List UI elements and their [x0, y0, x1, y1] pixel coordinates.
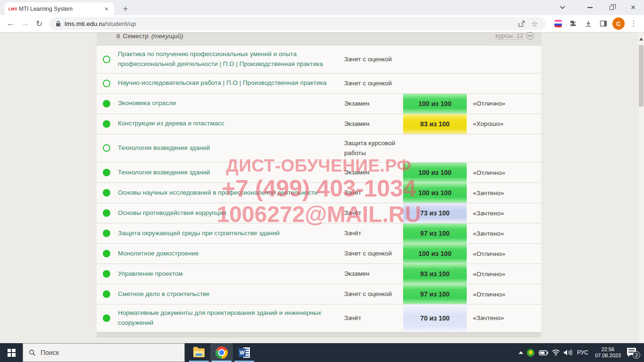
- course-link[interactable]: Основы противодействия коррупции: [118, 208, 226, 218]
- taskbar-clock[interactable]: 22:56 07.08.2023: [593, 346, 623, 359]
- new-tab-button[interactable]: +: [120, 3, 131, 15]
- window-controls: ×: [552, 0, 644, 15]
- course-status-cell: [97, 163, 118, 182]
- back-icon[interactable]: ←: [4, 16, 18, 31]
- grade-text: «Отлично»: [467, 284, 541, 304]
- taskbar-chrome-button[interactable]: [210, 343, 233, 362]
- assessment-type: Экзамен: [344, 163, 403, 182]
- courses-counter-link[interactable]: курсы: 12: [495, 32, 523, 40]
- assessment-type: Зачёт: [344, 304, 403, 332]
- course-link[interactable]: Конструкции из дерева и пластмасс: [118, 119, 224, 129]
- course-name-cell: Основы научных исследований в профессион…: [118, 183, 344, 203]
- score-cell: 100 из 100: [403, 183, 467, 203]
- extensions-puzzle-icon[interactable]: [567, 17, 580, 30]
- antivirus-tray-icon[interactable]: [527, 349, 535, 357]
- course-link[interactable]: Основы научных исследований в профессион…: [118, 188, 318, 198]
- minimize-button[interactable]: [579, 0, 601, 15]
- course-row: Научно-исследовательская работа | П.О | …: [97, 74, 541, 94]
- tray-chevron-up-icon[interactable]: [519, 351, 523, 354]
- status-pending-icon: [103, 80, 110, 87]
- course-row: Практика по получению профессиональных у…: [97, 46, 541, 74]
- score-cell: [403, 134, 467, 162]
- search-placeholder: Поиск: [41, 349, 59, 356]
- browser-tabstrip: LMS MTI Learning System × + ×: [0, 0, 644, 15]
- score-cell: [403, 46, 467, 73]
- scrollbar-thumb[interactable]: [639, 45, 644, 107]
- semester-label: Семестр: [123, 33, 149, 40]
- course-link[interactable]: Технология возведения зданий: [118, 143, 210, 153]
- course-link[interactable]: Защита окружающей среды при строительств…: [118, 229, 280, 239]
- collapse-minus-icon[interactable]: [526, 32, 534, 40]
- course-link[interactable]: Нормативные документы для проектирования…: [118, 308, 335, 328]
- course-status-cell: [97, 304, 118, 332]
- course-row: Монолитное домостроениеЗачет с оценкой10…: [97, 244, 541, 264]
- course-link[interactable]: Практика по получению профессиональных у…: [118, 49, 335, 69]
- start-button[interactable]: [0, 343, 23, 362]
- windows-taskbar: Поиск W РУС 22:56 07.08.2023: [0, 343, 644, 362]
- grade-text: «Отлично»: [467, 94, 541, 114]
- side-panel-icon[interactable]: [597, 17, 610, 30]
- course-row: Экономика отраслиЭкзамен100 из 100«Отлич…: [97, 94, 541, 114]
- course-name-cell: Сметное дело в строительстве: [118, 284, 344, 304]
- status-complete-icon: [103, 209, 110, 217]
- grade-text: «Зачтено»: [467, 223, 541, 243]
- address-bar[interactable]: lms.mti.edu.ru/student/up ☆: [49, 17, 546, 30]
- course-link[interactable]: Экономика отрасли: [118, 99, 176, 108]
- assessment-type: Экзамен: [344, 264, 403, 284]
- windows-logo-icon: [8, 349, 16, 357]
- tab-close-icon[interactable]: ×: [103, 5, 110, 13]
- course-name-cell: Экономика отрасли: [118, 94, 344, 114]
- course-status-cell: [97, 264, 118, 284]
- assessment-type: Зачёт: [344, 203, 403, 223]
- course-link[interactable]: Управление проектом: [118, 269, 183, 279]
- search-icon: [29, 349, 36, 356]
- taskbar-search-box[interactable]: Поиск: [23, 343, 185, 362]
- course-status-cell: [97, 74, 118, 93]
- course-link[interactable]: Технология возведения зданий: [118, 168, 210, 178]
- status-complete-icon: [103, 120, 110, 128]
- avatar-letter: C: [612, 17, 625, 30]
- course-name-cell: Технология возведения зданий: [118, 134, 344, 162]
- course-name-cell: Практика по получению профессиональных у…: [118, 46, 344, 73]
- course-table-body: Практика по получению профессиональных у…: [97, 46, 541, 332]
- course-status-cell: [97, 183, 118, 203]
- course-link[interactable]: Сметное дело в строительстве: [118, 289, 210, 299]
- notification-center-icon[interactable]: 3: [626, 346, 640, 359]
- downloads-icon[interactable]: [582, 17, 595, 30]
- profile-avatar[interactable]: C: [612, 17, 625, 30]
- bookmark-star-icon[interactable]: ☆: [528, 17, 541, 30]
- language-indicator[interactable]: РУС: [576, 349, 590, 356]
- assessment-type: Зачёт: [344, 223, 403, 243]
- taskbar-explorer-button[interactable]: [188, 343, 210, 362]
- page-scrollbar[interactable]: [638, 32, 644, 343]
- battery-icon[interactable]: [538, 350, 548, 356]
- share-icon[interactable]: [515, 17, 528, 30]
- url-domain: lms.mti.edu.ru: [65, 20, 105, 27]
- score-cell: 97 из 100: [403, 284, 467, 304]
- scrollbar-up-arrow[interactable]: [639, 38, 643, 41]
- wifi-icon[interactable]: [552, 349, 560, 356]
- course-link[interactable]: Монолитное домостроение: [118, 249, 199, 259]
- restore-button[interactable]: [601, 0, 622, 15]
- grade-text: «Отлично»: [467, 244, 541, 263]
- browser-menu-icon[interactable]: ⋮: [627, 17, 640, 30]
- tab-search-icon[interactable]: [552, 0, 573, 15]
- reload-icon[interactable]: ↻: [32, 16, 46, 31]
- forward-icon[interactable]: →: [18, 16, 32, 31]
- taskbar-word-button[interactable]: W: [233, 343, 256, 362]
- vpn-extension-icon[interactable]: [552, 17, 565, 30]
- close-button[interactable]: ×: [622, 0, 644, 15]
- assessment-type: Зачет с оценкой: [344, 244, 403, 263]
- course-link[interactable]: Научно-исследовательская работа | П.О | …: [118, 78, 326, 88]
- score-cell: 100 из 100: [403, 163, 467, 182]
- volume-icon[interactable]: [563, 349, 572, 356]
- browser-tab[interactable]: LMS MTI Learning System ×: [5, 2, 114, 15]
- word-icon: W: [239, 347, 250, 358]
- course-name-cell: Монолитное домостроение: [118, 244, 344, 263]
- course-row: Технология возведения зданийЗащита курсо…: [97, 134, 541, 163]
- clock-date: 07.08.2023: [595, 353, 621, 359]
- semester-header: 8 Семестр (текущий) курсы: 12: [97, 32, 541, 46]
- status-complete-icon: [103, 100, 110, 107]
- status-complete-icon: [103, 189, 110, 197]
- assessment-type: Экзамен: [344, 94, 403, 114]
